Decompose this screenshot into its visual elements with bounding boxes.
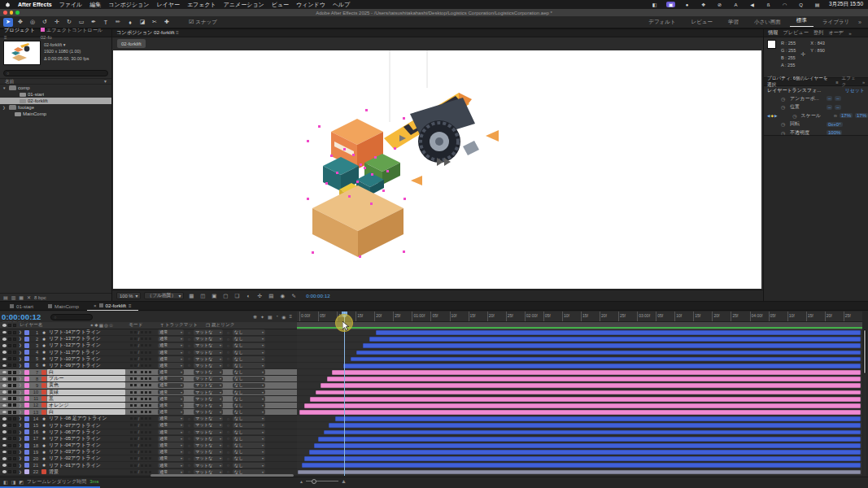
parent-pickwhip-icon[interactable]: ○ bbox=[227, 410, 229, 415]
expand-arrow-icon[interactable]: ❯ bbox=[18, 351, 23, 355]
snap-toggle[interactable]: ☑ スナップ bbox=[189, 19, 217, 26]
pen-tool-icon[interactable]: ✒ bbox=[89, 18, 98, 27]
timeline-tab[interactable]: × MainComp ≡ bbox=[41, 302, 85, 311]
matte-pickwhip-icon[interactable]: ○ bbox=[188, 456, 190, 461]
parent-select[interactable]: なし▾ bbox=[233, 423, 265, 429]
matte-pickwhip-icon[interactable]: ○ bbox=[188, 350, 190, 355]
tab-composition[interactable]: コンポジション 02-forklift ≡ bbox=[116, 29, 179, 37]
layer-row[interactable]: ❯ 16 ✱ リフト-06アウトライン / 通常▾ ○ マットな▾ ○ なし▾ bbox=[0, 429, 297, 436]
project-item[interactable]: ❯ footage bbox=[0, 104, 111, 111]
audio-toggle[interactable] bbox=[8, 470, 11, 473]
expand-layer-switches-icon[interactable]: ◧ bbox=[3, 479, 8, 485]
label-color-chip[interactable] bbox=[24, 469, 29, 474]
parent-pickwhip-icon[interactable]: ○ bbox=[227, 337, 229, 342]
layer-name-column[interactable]: レイヤー名 bbox=[20, 322, 42, 329]
expand-arrow-icon[interactable]: ❯ bbox=[18, 430, 23, 434]
timeline-search-input[interactable]: ○ bbox=[50, 314, 93, 320]
visibility-eye-icon[interactable] bbox=[2, 430, 7, 434]
audio-toggle[interactable] bbox=[8, 390, 11, 394]
draft-3d-icon[interactable]: ✦ bbox=[260, 314, 264, 320]
composition-canvas[interactable] bbox=[113, 50, 761, 289]
solo-toggle[interactable] bbox=[13, 377, 16, 381]
layer-switches[interactable]: / bbox=[127, 383, 155, 388]
orbit-camera-tool-icon[interactable]: ↺ bbox=[40, 18, 50, 27]
track-matte-select[interactable]: マットな▾ bbox=[194, 363, 223, 368]
rulers-icon[interactable]: ❏ bbox=[233, 293, 241, 299]
visibility-eye-icon[interactable] bbox=[2, 424, 7, 427]
guides-icon[interactable]: ▢ bbox=[221, 293, 229, 299]
clone-stamp-tool-icon[interactable]: ♦ bbox=[125, 18, 135, 27]
matte-pickwhip-icon[interactable]: ○ bbox=[188, 429, 190, 434]
layer-duration-bar[interactable] bbox=[363, 343, 861, 348]
panel-menu-icon[interactable]: ≡ bbox=[176, 29, 179, 35]
layer-switches[interactable]: / bbox=[127, 396, 155, 401]
label-color-chip[interactable] bbox=[24, 396, 29, 401]
parent-pickwhip-icon[interactable]: ○ bbox=[227, 456, 229, 461]
visibility-eye-icon[interactable] bbox=[2, 404, 7, 407]
track-matte-select[interactable]: マットな▾ bbox=[194, 442, 223, 448]
layer-row[interactable]: ❯ 19 ✱ リフト-03アウトライン / 通常▾ ○ マットな▾ ○ なし▾ bbox=[0, 449, 297, 455]
eraser-tool-icon[interactable]: ◪ bbox=[137, 18, 147, 27]
layer-duration-bar[interactable] bbox=[369, 337, 861, 342]
expand-arrow-icon[interactable]: ❯ bbox=[18, 330, 23, 334]
visibility-eye-icon[interactable] bbox=[2, 377, 7, 381]
parent-pickwhip-icon[interactable]: ○ bbox=[227, 350, 229, 355]
layer-name[interactable]: 白 bbox=[47, 369, 125, 375]
type-tool-icon[interactable]: T bbox=[101, 18, 111, 27]
parent-select[interactable]: なし▾ bbox=[233, 363, 265, 368]
record-icon[interactable]: ● bbox=[683, 2, 691, 7]
solo-toggle[interactable] bbox=[13, 417, 16, 420]
parent-select[interactable]: なし▾ bbox=[233, 369, 265, 375]
property-value[interactable]: 17% bbox=[840, 113, 853, 118]
blend-mode-select[interactable]: 通常▾ bbox=[158, 377, 184, 382]
label-color-chip[interactable] bbox=[24, 390, 29, 394]
audio-toggle[interactable] bbox=[8, 411, 11, 414]
parent-pickwhip-icon[interactable]: ○ bbox=[227, 390, 229, 394]
parent-pickwhip-icon[interactable]: ○ bbox=[227, 403, 229, 407]
comp-mini-flowchart-icon[interactable]: ❋ bbox=[253, 314, 257, 320]
parent-pickwhip-icon[interactable]: ○ bbox=[227, 377, 229, 381]
project-item[interactable]: ▼ comp bbox=[0, 85, 111, 91]
hand-tool-icon[interactable]: ✥ bbox=[15, 18, 25, 27]
layer-row[interactable]: ❯ 13 ✱ 白 / 通常▾ ○ マットな▾ ○ なし▾ bbox=[0, 409, 297, 416]
matte-pickwhip-icon[interactable]: ○ bbox=[188, 363, 190, 368]
info-tab[interactable]: 整列 bbox=[813, 29, 823, 37]
layer-name[interactable]: 白 bbox=[47, 409, 125, 415]
layer-switches[interactable]: / bbox=[127, 456, 155, 461]
layer-columns-header[interactable]: レイヤー名 ✦✱▦◎☉ モード T トラックマット ❐ 親とリンク bbox=[0, 322, 297, 329]
stopwatch-icon[interactable]: ◷ bbox=[792, 113, 798, 119]
expand-arrow-icon[interactable]: ❯ bbox=[18, 383, 23, 387]
tab-effect-controls[interactable]: エフェクトコントロール 02-fo bbox=[41, 27, 107, 40]
layer-name[interactable]: 背景 bbox=[47, 468, 125, 476]
audio-toggle[interactable] bbox=[8, 357, 11, 360]
track-matte-select[interactable]: マットな▾ bbox=[194, 409, 223, 415]
layer-row[interactable]: ❯ 4 ✱ リフト-11アウトライン / 通常▾ ○ マットな▾ ○ なし▾ bbox=[0, 350, 297, 356]
layer-switches[interactable]: / bbox=[127, 390, 155, 394]
layer-duration-bar[interactable] bbox=[304, 456, 861, 461]
comp-thumbnail[interactable] bbox=[3, 41, 41, 65]
track-matte-select[interactable]: マットな▾ bbox=[194, 449, 223, 455]
parent-pickwhip-icon[interactable]: ○ bbox=[227, 363, 229, 368]
solo-toggle[interactable] bbox=[13, 338, 16, 341]
visibility-eye-icon[interactable] bbox=[2, 398, 7, 401]
frame-blending-icon[interactable]: ◔ bbox=[276, 314, 279, 320]
parent-pickwhip-icon[interactable]: ○ bbox=[227, 416, 229, 421]
expand-arrow-icon[interactable]: ❯ bbox=[18, 410, 23, 414]
label-color-chip[interactable] bbox=[24, 343, 29, 348]
parent-pickwhip-icon[interactable]: ○ bbox=[227, 396, 229, 401]
matte-pickwhip-icon[interactable]: ○ bbox=[188, 410, 190, 415]
project-search-input[interactable]: ○ bbox=[3, 70, 108, 76]
blend-mode-select[interactable]: 通常▾ bbox=[158, 343, 184, 349]
reset-link[interactable]: リセット bbox=[844, 87, 865, 94]
layer-row[interactable]: ❯ 9 ✱ 黄色 / 通常▾ ○ マットな▾ ○ なし▾ bbox=[0, 382, 297, 389]
layer-duration-bar[interactable] bbox=[332, 370, 861, 375]
display-icon[interactable]: ◧ bbox=[650, 2, 659, 7]
audio-toggle[interactable] bbox=[8, 451, 11, 454]
track-matte-select[interactable]: マットな▾ bbox=[194, 356, 223, 362]
project-columns-header[interactable]: 名前 ▾ bbox=[0, 78, 111, 85]
visibility-eye-icon[interactable] bbox=[2, 364, 7, 368]
magnification-select[interactable]: 100 %▾ bbox=[116, 292, 141, 299]
timeline-graph[interactable]: 0:00f 05f 10f 15f 20f 25f 01:00f 05f 10f… bbox=[297, 312, 862, 476]
visibility-eye-icon[interactable] bbox=[2, 338, 7, 341]
stopwatch-icon[interactable]: ◷ bbox=[781, 96, 787, 102]
